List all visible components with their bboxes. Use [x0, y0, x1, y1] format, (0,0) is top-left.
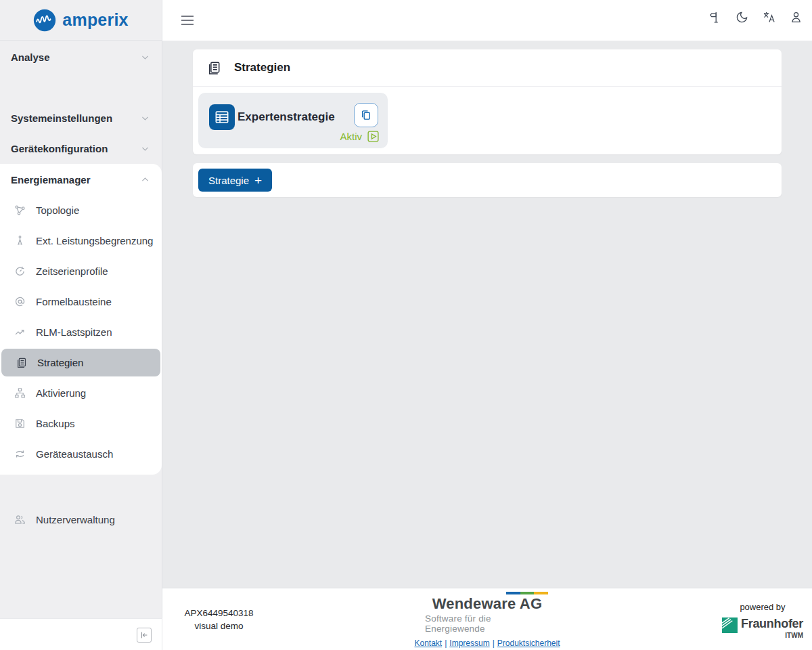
sidebar-item-topology[interactable]: Topologie — [0, 195, 162, 225]
collapse-sidebar-button[interactable] — [137, 628, 152, 643]
strategy-status: Aktiv — [340, 130, 380, 143]
sidebar-footer — [0, 618, 162, 650]
antenna-icon — [14, 235, 26, 246]
collapse-arrow-icon — [139, 630, 149, 640]
chevron-down-icon — [141, 53, 150, 62]
fraunhofer-mark-icon — [722, 618, 738, 633]
wendeware-block: Wendeware AG Software für die Energiewen… — [162, 592, 812, 648]
strategies-panel: Strategien Expertenstrategie Aktiv — [193, 49, 782, 154]
fraunhofer-name: Fraunhofer — [741, 618, 803, 630]
energiemanager-expanded-block: Energiemanager Topologie Ext. Leistungsb… — [0, 164, 162, 475]
sidebar-section-systemeinstellungen[interactable]: Systemeinstellungen — [0, 108, 162, 129]
add-strategy-panel: Strategie + — [193, 163, 782, 197]
powered-by-label: powered by — [722, 602, 803, 612]
copy-strategy-button[interactable] — [354, 103, 378, 127]
user-icon[interactable] — [790, 11, 803, 24]
strategies-icon — [16, 357, 27, 368]
page-title: Strategien — [234, 61, 290, 74]
chevron-down-icon — [141, 144, 150, 153]
sidebar: amperix Analyse Systemeinstellungen Gerä… — [0, 0, 162, 618]
amperix-waveform-icon — [33, 9, 56, 32]
sidebar-item-peak[interactable]: RLM-Lastspitzen — [0, 317, 162, 347]
footer: APX6449540318 visual demo Wendeware AG S… — [162, 588, 812, 650]
signpost-icon[interactable] — [708, 11, 721, 24]
expert-strategy-icon — [209, 104, 235, 130]
strategies-panel-header: Strategien — [193, 49, 782, 87]
moon-icon[interactable] — [736, 11, 748, 24]
users-icon — [14, 514, 26, 525]
fraunhofer-institute: ITWM — [785, 632, 803, 639]
link-impressum[interactable]: Impressum — [449, 638, 489, 648]
chevron-down-icon — [141, 114, 150, 123]
translate-icon[interactable] — [763, 11, 775, 24]
timer-icon — [14, 265, 26, 277]
strategies-icon — [206, 60, 221, 75]
at-icon — [14, 296, 26, 307]
company-name: Wendeware AG — [432, 595, 543, 613]
wendeware-color-bar — [506, 592, 548, 594]
sidebar-section-analyse[interactable]: Analyse — [0, 47, 162, 68]
footer-links: Kontakt|Impressum|Produktsicherheit — [414, 638, 560, 648]
sidebar-item-swap[interactable]: Geräteaustausch — [0, 439, 162, 469]
plus-icon: + — [254, 174, 262, 187]
strategy-title: Expertenstrategie — [238, 110, 335, 124]
main-content: Strategien Expertenstrategie Aktiv — [162, 41, 812, 588]
sidebar-item-timer[interactable]: Zeitserienprofile — [0, 256, 162, 286]
fraunhofer-logo: Fraunhofer ITWM — [722, 618, 803, 639]
topbar-actions — [708, 11, 803, 24]
chevron-up-icon — [141, 175, 150, 184]
hamburger-menu-icon[interactable] — [181, 14, 194, 26]
add-strategy-button[interactable]: Strategie + — [198, 169, 272, 192]
sitemap-icon — [14, 387, 26, 399]
peak-icon — [14, 326, 26, 338]
topology-icon — [14, 204, 26, 216]
floppy-icon — [14, 418, 26, 429]
link-produktsicherheit[interactable]: Produktsicherheit — [497, 638, 560, 648]
sidebar-item-nutzerverwaltung[interactable]: Nutzerverwaltung — [0, 504, 162, 535]
swap-icon — [14, 448, 26, 460]
company-tagline: Software für die Energiewende — [425, 613, 549, 634]
wendeware-logo: Wendeware AG Software für die Energiewen… — [425, 592, 549, 634]
sidebar-section-geraetekonfiguration[interactable]: Gerätekonfiguration — [0, 138, 162, 159]
strategy-card[interactable]: Expertenstrategie Aktiv — [198, 93, 388, 148]
fraunhofer-block: powered by Fraunhofer ITWM — [722, 602, 803, 639]
sidebar-item-sitemap[interactable]: Aktivierung — [0, 378, 162, 408]
brand-logo[interactable]: amperix — [0, 0, 162, 41]
sidebar-section-energiemanager[interactable]: Energiemanager — [0, 164, 162, 195]
sidebar-item-antenna[interactable]: Ext. Leistungsbegrenzung — [0, 225, 162, 256]
status-badge: Aktiv — [340, 131, 362, 142]
sidebar-item-strategies[interactable]: Strategien — [1, 349, 160, 376]
energiemanager-items: Topologie Ext. Leistungsbegrenzung Zeits… — [0, 195, 162, 469]
topbar — [162, 0, 812, 41]
strategies-panel-body: Expertenstrategie Aktiv — [193, 87, 782, 154]
sidebar-item-at[interactable]: Formelbausteine — [0, 286, 162, 317]
activate-play-icon[interactable] — [367, 130, 380, 143]
sidebar-item-floppy[interactable]: Backups — [0, 408, 162, 439]
brand-name: amperix — [62, 10, 128, 30]
link-kontakt[interactable]: Kontakt — [414, 638, 442, 648]
